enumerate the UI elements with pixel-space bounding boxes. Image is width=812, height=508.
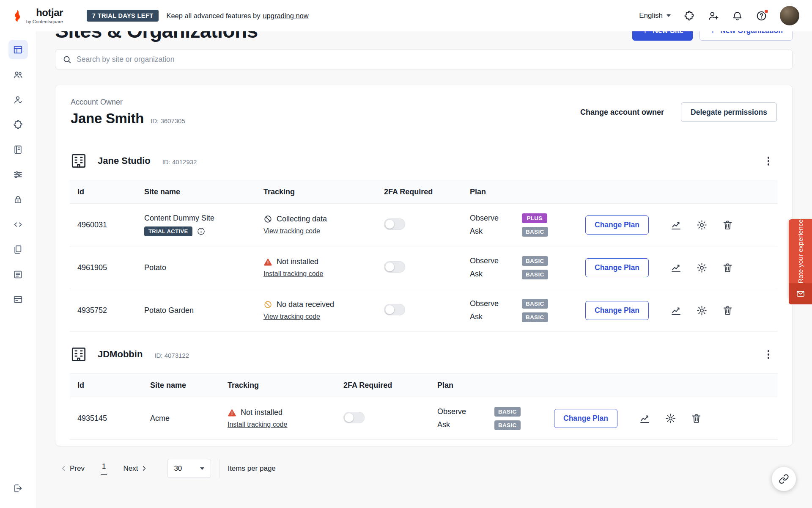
trash-icon (691, 413, 702, 424)
account-owner-label: Account Owner (71, 98, 185, 107)
trash-icon (722, 262, 733, 273)
usage-chart-button[interactable] (670, 262, 682, 273)
site-id: 4960031 (77, 221, 144, 229)
sidebar-item-preferences[interactable] (8, 165, 28, 184)
info-icon[interactable] (197, 227, 206, 236)
feedback-tab-label: Rate your experience (797, 219, 804, 283)
delete-site-button[interactable] (722, 305, 733, 316)
sidebar-item-billing[interactable] (8, 290, 28, 309)
tracking-status: Not installed (277, 257, 318, 266)
tracking-status: No data received (277, 300, 334, 309)
plan-badge: BASIC (522, 270, 548, 279)
plan-product: Ask (470, 227, 522, 236)
change-plan-button[interactable]: Change Plan (585, 258, 649, 277)
hotjar-flame-icon (13, 10, 22, 22)
delete-site-button[interactable] (722, 262, 733, 273)
twofa-toggle[interactable] (384, 304, 405, 315)
prev-page-button[interactable]: Prev (60, 464, 85, 473)
sidebar-item-integrations[interactable] (8, 115, 28, 134)
plan-product: Ask (470, 270, 522, 279)
sidebar-item-user-management[interactable] (8, 90, 28, 109)
site-settings-button[interactable] (696, 262, 708, 273)
account-owner-name: Jane Smith (71, 110, 144, 127)
sliders-icon (13, 169, 23, 180)
invite-user-button[interactable] (708, 10, 719, 22)
delete-site-button[interactable] (722, 219, 733, 231)
pagination-divider (219, 459, 219, 478)
sidebar-item-security[interactable] (8, 190, 28, 209)
gear-icon (696, 305, 708, 316)
site-row: 4960031 Content Dummy Site TRIAL ACTIVE … (70, 204, 778, 246)
change-plan-button[interactable]: Change Plan (585, 301, 649, 320)
feedback-icon-box (789, 283, 812, 304)
plan-badge: BASIC (494, 407, 521, 417)
delete-site-button[interactable] (691, 413, 702, 424)
search-input[interactable] (77, 55, 785, 64)
twofa-toggle[interactable] (384, 218, 405, 230)
usage-chart-icon (670, 262, 682, 273)
column-header-site-name: Site name (150, 381, 228, 390)
plan-product: Observe (470, 299, 522, 308)
caret-down-icon (667, 14, 671, 17)
search-bar (55, 49, 793, 69)
site-id: 4935145 (77, 414, 150, 423)
tracking-code-link[interactable]: View tracking code (263, 227, 320, 235)
page-number[interactable]: 1 (101, 462, 107, 475)
usage-chart-button[interactable] (639, 413, 650, 424)
hotjar-logo[interactable]: hotjar by Contentsquare (13, 8, 63, 24)
site-settings-button[interactable] (696, 219, 708, 231)
site-settings-button[interactable] (665, 413, 676, 424)
twofa-toggle[interactable] (343, 412, 365, 423)
org-menu-button[interactable] (761, 153, 776, 168)
change-account-owner-link[interactable]: Change account owner (580, 108, 664, 117)
notification-dot (764, 9, 769, 14)
items-per-page-select[interactable]: 30 (167, 459, 211, 478)
usage-chart-button[interactable] (670, 305, 682, 316)
tracking-status: Collecting data (277, 215, 327, 224)
trial-active-badge: TRIAL ACTIVE (144, 226, 192, 236)
org-menu-button[interactable] (761, 347, 776, 362)
sidebar-item-sites[interactable] (8, 40, 28, 59)
plan-badge: BASIC (494, 420, 521, 430)
tracking-code-link[interactable]: Install tracking code (263, 270, 323, 278)
twofa-toggle[interactable] (384, 261, 405, 273)
column-header-plan: Plan (437, 381, 494, 390)
plan-product: Ask (437, 420, 494, 429)
delegate-permissions-button[interactable]: Delegate permissions (681, 102, 777, 122)
feedback-tab[interactable]: Rate your experience (789, 219, 812, 299)
sidebar-item-invoices[interactable] (8, 240, 28, 259)
caret-down-icon (200, 467, 204, 470)
user-avatar[interactable] (780, 6, 799, 25)
organization-id: ID: 4073122 (154, 352, 189, 359)
language-selector[interactable]: English (639, 11, 671, 20)
sidebar-item-team[interactable] (8, 65, 28, 84)
team-icon (13, 69, 23, 80)
sidebar-item-docs[interactable] (8, 265, 28, 284)
help-button[interactable] (756, 10, 767, 22)
upgrade-now-link[interactable]: upgrading now (263, 12, 308, 20)
organization-section: JDMobbin ID: 4073122 Id Site name Tracki… (70, 332, 778, 440)
trial-days-badge: 7 TRIAL DAYS LEFT (87, 10, 159, 22)
tracking-code-link[interactable]: View tracking code (263, 313, 320, 320)
sidebar-item-tracking-code[interactable] (8, 215, 28, 234)
change-plan-button[interactable]: Change Plan (585, 215, 649, 235)
language-label: English (639, 11, 663, 20)
main-content: Sites & Organizations New Site New Organ… (36, 20, 812, 478)
trial-message: Keep all advanced features by (166, 12, 260, 20)
gear-icon (665, 413, 676, 424)
sidebar-logout[interactable] (8, 478, 28, 498)
copy-link-button[interactable] (772, 467, 796, 491)
notebook-icon (13, 144, 23, 155)
chevron-right-icon (140, 465, 148, 472)
usage-chart-button[interactable] (670, 219, 682, 231)
tracking-code-link[interactable]: Install tracking code (228, 421, 287, 428)
next-page-button[interactable]: Next (123, 464, 148, 473)
organization-id: ID: 4012932 (162, 158, 197, 166)
site-settings-button[interactable] (696, 305, 708, 316)
pages-icon (13, 244, 23, 255)
organization-section: Jane Studio ID: 4012932 Id Site name Tra… (70, 138, 778, 332)
change-plan-button[interactable]: Change Plan (554, 409, 617, 428)
notifications-button[interactable] (732, 10, 743, 22)
integrations-button[interactable] (683, 10, 695, 22)
sidebar-item-notes[interactable] (8, 140, 28, 159)
